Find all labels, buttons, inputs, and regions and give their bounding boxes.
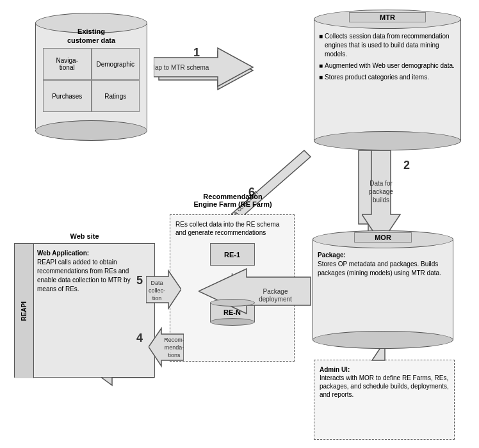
re-farm-label: RecommendationEngine Farm (RE Farm) (170, 193, 295, 208)
reapi-label: REAPI (20, 301, 28, 321)
mtr-cylinder: MTR ■ Collects session data from recomme… (314, 10, 461, 150)
number-5: 5 (136, 274, 143, 287)
svg-text:Data for: Data for (369, 180, 393, 187)
cell-ratings: Ratings (92, 80, 140, 112)
reapi-sidebar: REAPI (15, 244, 34, 378)
svg-marker-4 (359, 150, 387, 243)
svg-text:builds: builds (373, 196, 389, 204)
main-diagram: Existingcustomer data Naviga-tional Demo… (0, 0, 479, 448)
mor-cylinder: MOR Package: Stores OP metadata and pack… (313, 230, 453, 349)
re-farm-text: REs collect data into the RE schema and … (175, 220, 289, 237)
svg-marker-7 (154, 48, 253, 86)
cell-demographic: Demographic (92, 48, 140, 80)
re-farm-box: RecommendationEngine Farm (RE Farm) REs … (170, 214, 295, 362)
number-4: 4 (136, 332, 143, 345)
admin-ui-box: Admin UI: Interacts with MOR to define R… (314, 360, 455, 440)
mor-text: Package: Stores OP metadata and packages… (318, 251, 448, 278)
admin-ui-text: Admin UI: Interacts with MOR to define R… (320, 365, 449, 399)
svg-marker-3 (159, 51, 253, 90)
number-1: 1 (193, 46, 200, 60)
re1-box: RE-1 (210, 243, 255, 266)
website-box: Web site REAPI Web Application: REAPI ca… (14, 243, 155, 378)
number-3: 3 (302, 282, 309, 295)
mor-header: MOR (354, 232, 412, 243)
customer-data-label: Existingcustomer data (35, 27, 147, 45)
cell-navigational: Naviga-tional (43, 48, 92, 80)
mtr-text: ■ Collects session data from recommendat… (319, 32, 456, 82)
website-label: Web site (15, 232, 154, 240)
re-ellipsis: ··· (175, 269, 289, 296)
arrow-map-to-mtr: Map to MTR schema (154, 42, 256, 93)
svg-text:package: package (369, 188, 393, 195)
number-2: 2 (403, 159, 410, 172)
webapp-text: Web Application: REAPI calls added to ob… (37, 249, 149, 294)
cell-purchases: Purchases (43, 80, 92, 112)
svg-text:Map to MTR schema: Map to MTR schema (154, 64, 209, 71)
svg-marker-9 (362, 150, 400, 243)
customer-data-cylinder: Existingcustomer data Naviga-tional Demo… (35, 13, 147, 141)
mtr-header: MTR (349, 12, 426, 22)
